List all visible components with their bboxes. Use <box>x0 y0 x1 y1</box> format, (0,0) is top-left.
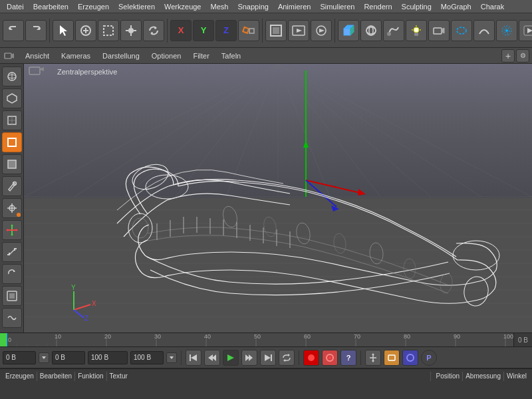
status-winkel[interactable]: Winkel <box>507 372 527 380</box>
rotate-tool-btn[interactable] <box>2 264 22 284</box>
view-darstellung[interactable]: Darstellung <box>97 51 145 61</box>
x-axis-btn[interactable]: X <box>170 20 192 41</box>
svg-marker-126 <box>40 67 44 71</box>
left-sidebar <box>0 64 24 332</box>
y-axis-btn[interactable]: Y <box>193 20 214 41</box>
view-filter[interactable]: Filter <box>188 51 214 61</box>
viewport[interactable]: X Y Z ↙ Zentralperspektive <box>24 64 532 332</box>
snap-btn[interactable] <box>2 198 22 218</box>
status-position[interactable]: Position <box>436 372 460 380</box>
menu-mograph[interactable]: MoGraph <box>437 2 475 11</box>
menu-sculpting[interactable]: Sculpting <box>398 2 436 11</box>
rotate-btn[interactable] <box>143 20 164 41</box>
play-btn[interactable] <box>519 20 532 41</box>
menu-animieren[interactable]: Animieren <box>274 2 315 11</box>
deform-btn[interactable] <box>2 308 22 328</box>
render-btn[interactable] <box>311 20 332 41</box>
object-btn[interactable] <box>360 20 382 41</box>
cube-btn[interactable] <box>338 20 359 41</box>
menu-werkzeuge[interactable]: Werkzeuge <box>160 2 205 11</box>
transform-btn[interactable] <box>120 20 142 41</box>
menu-simulieren[interactable]: Simulieren <box>316 2 358 11</box>
edge-mode-btn[interactable] <box>2 132 22 152</box>
frame-field-3[interactable]: 100 B <box>88 351 128 364</box>
frame-value-2: 0 B <box>55 354 65 361</box>
view-options-btn[interactable]: ⚙ <box>516 49 529 63</box>
texture-mode-btn[interactable] <box>2 110 22 130</box>
view-optionen[interactable]: Optionen <box>146 51 187 61</box>
record-btn[interactable] <box>303 350 319 366</box>
bend-btn[interactable] <box>473 20 495 41</box>
polygon-mode-btn[interactable] <box>2 88 22 108</box>
tweak-btn[interactable] <box>2 176 22 196</box>
status-right: Position Abmessung Winkel <box>436 372 527 381</box>
status-funktion[interactable]: Funktion <box>78 372 103 380</box>
svg-marker-154 <box>42 356 46 359</box>
status-erzeugen[interactable]: Erzeugen <box>5 372 34 380</box>
render-region-btn[interactable] <box>265 20 287 41</box>
camera-btn[interactable] <box>428 20 450 41</box>
svg-point-111 <box>295 222 311 245</box>
select-btn[interactable] <box>53 20 74 41</box>
transport-sep-3 <box>360 350 361 365</box>
auto-key-btn[interactable] <box>322 350 338 366</box>
status-textur[interactable]: Textur <box>110 372 128 380</box>
help-btn[interactable]: ? <box>340 350 356 366</box>
p-transport-btn[interactable]: P <box>421 350 437 366</box>
toolbar: X Y Z <box>0 13 532 48</box>
view-tafeln[interactable]: Tafeln <box>216 51 246 61</box>
world-btn[interactable] <box>238 20 259 41</box>
render-view-btn[interactable] <box>288 20 309 41</box>
svg-marker-52 <box>11 234 13 236</box>
menu-datei[interactable]: Datei <box>3 2 28 11</box>
move-tool-btn[interactable] <box>2 220 22 240</box>
timeline-track[interactable]: 0 10 20 30 40 50 60 70 80 90 1 <box>7 332 513 347</box>
circle-transport-btn[interactable] <box>402 350 418 366</box>
menu-bearbeiten[interactable]: Bearbeiten <box>29 2 72 11</box>
svg-marker-158 <box>208 354 213 361</box>
create-btn[interactable] <box>75 20 96 41</box>
frame-field-2[interactable]: 0 B <box>52 351 85 364</box>
view-tool-btn[interactable] <box>2 286 22 306</box>
menu-erzeugen[interactable]: Erzeugen <box>74 2 113 11</box>
menu-charak[interactable]: Charak <box>477 2 508 11</box>
undo-button[interactable] <box>3 20 24 41</box>
menu-mesh[interactable]: Mesh <box>206 2 232 11</box>
loop-btn[interactable] <box>279 350 295 366</box>
face-mode-btn[interactable] <box>2 154 22 174</box>
key-transport-btn[interactable] <box>384 350 400 366</box>
view-kameras[interactable]: Kameras <box>56 51 96 61</box>
scale-tool-btn[interactable] <box>2 242 22 262</box>
svg-marker-173 <box>372 360 374 362</box>
status-abmessung[interactable]: Abmessung <box>466 372 501 380</box>
add-view-btn[interactable]: + <box>501 49 515 63</box>
svg-point-112 <box>369 242 384 265</box>
menu-snapping[interactable]: Snapping <box>233 2 273 11</box>
status-bearbeiten[interactable]: Bearbeiten <box>40 372 72 380</box>
current-frame-field[interactable]: 0 B <box>3 351 36 364</box>
frame-field-4[interactable]: 100 B <box>130 351 164 364</box>
frame-field-4-dropdown[interactable] <box>166 352 177 363</box>
prev-frame-btn[interactable] <box>204 350 220 366</box>
z-axis-btn[interactable]: Z <box>215 20 237 41</box>
deformer-btn[interactable] <box>451 20 472 41</box>
viewport-icon <box>3 49 16 63</box>
box-select-btn[interactable] <box>98 20 119 41</box>
field-btn[interactable] <box>496 20 517 41</box>
next-frame-btn[interactable] <box>241 350 257 366</box>
menu-rendern[interactable]: Rendern <box>360 2 396 11</box>
light-btn[interactable] <box>406 20 427 41</box>
redo-button[interactable] <box>25 20 47 41</box>
svg-marker-39 <box>11 53 14 59</box>
svg-marker-31 <box>442 28 444 33</box>
menu-selektieren[interactable]: Selektieren <box>114 2 159 11</box>
go-to-start-btn[interactable] <box>186 350 201 366</box>
view-ansicht[interactable]: Ansicht <box>20 51 55 61</box>
svg-rect-12 <box>273 27 279 34</box>
frame-dropdown-btn[interactable] <box>39 352 49 363</box>
go-to-end-btn[interactable] <box>260 350 276 366</box>
move-transport-btn[interactable] <box>365 350 381 366</box>
sweep-btn[interactable] <box>383 20 404 41</box>
object-mode-btn[interactable] <box>2 66 22 86</box>
play-btn-transport[interactable] <box>223 350 239 366</box>
